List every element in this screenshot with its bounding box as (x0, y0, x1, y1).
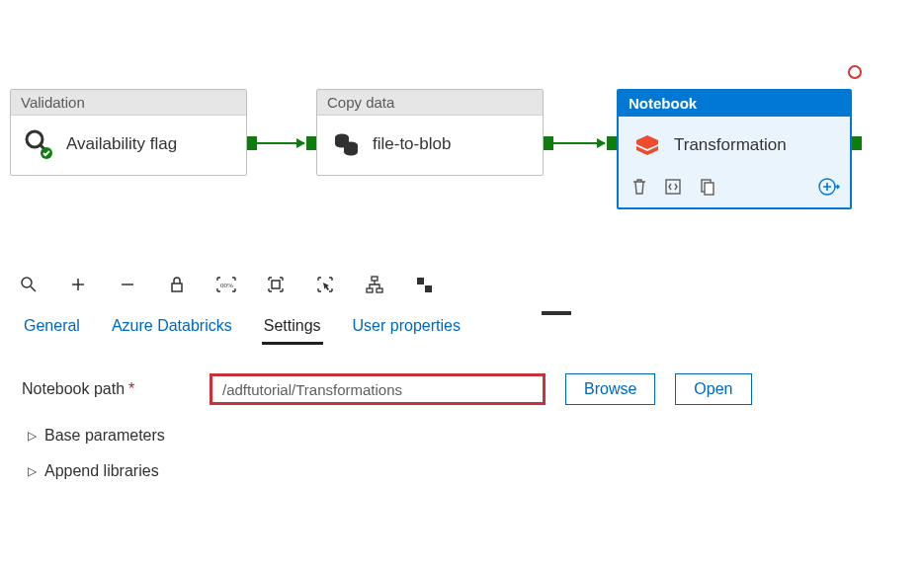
activity-name: file-to-blob (373, 134, 451, 154)
tab-general[interactable]: General (22, 311, 82, 345)
open-button[interactable]: Open (675, 373, 751, 405)
svg-rect-14 (372, 277, 378, 281)
activity-type-label: Notebook (619, 91, 850, 117)
svg-rect-16 (377, 288, 382, 292)
svg-rect-5 (666, 180, 680, 194)
tab-azure-databricks[interactable]: Azure Databricks (110, 311, 234, 345)
database-icon (329, 127, 363, 161)
databricks-icon (630, 128, 664, 162)
canvas-toolbar: 00% (0, 257, 924, 305)
select-icon[interactable] (314, 274, 336, 295)
activity-name: Transformation (674, 135, 787, 155)
notebook-path-label: Notebook path* (22, 380, 190, 398)
zoom-in-icon[interactable] (67, 274, 89, 295)
properties-tabs: General Azure Databricks Settings User p… (0, 305, 924, 346)
port-in[interactable] (306, 136, 316, 150)
activity-type-label: Validation (11, 90, 246, 116)
chevron-right-icon: ▷ (28, 429, 37, 443)
svg-rect-17 (417, 278, 424, 284)
svg-line-10 (31, 286, 36, 291)
search-icon[interactable] (18, 274, 40, 295)
connector-success[interactable] (257, 142, 304, 144)
add-attach-icon[interactable] (818, 176, 840, 198)
selection-handle-icon[interactable] (848, 65, 862, 79)
svg-rect-13 (272, 281, 280, 288)
lock-icon[interactable] (166, 274, 188, 295)
code-icon[interactable] (662, 176, 684, 198)
required-asterisk: * (128, 380, 134, 397)
expander-base-parameters[interactable]: ▷ Base parameters (28, 427, 902, 445)
settings-panel: Notebook path* Browse Open ▷ Base parame… (0, 346, 924, 508)
fit-screen-icon[interactable] (265, 274, 287, 295)
svg-rect-7 (705, 183, 714, 195)
svg-rect-18 (425, 285, 432, 292)
port-out[interactable] (247, 136, 257, 150)
port-out[interactable] (544, 136, 553, 150)
activity-notebook[interactable]: Notebook Transformation (617, 89, 852, 209)
activity-type-label: Copy data (317, 90, 543, 116)
tab-settings[interactable]: Settings (262, 311, 323, 345)
connector-success[interactable] (553, 142, 605, 144)
svg-point-9 (22, 278, 32, 287)
auto-layout-icon[interactable] (364, 274, 385, 295)
activity-copy-data[interactable]: Copy data file-to-blob (316, 89, 544, 176)
zoom-out-icon[interactable] (117, 274, 138, 295)
pipeline-canvas[interactable]: Validation Availability flag Copy data (0, 0, 924, 257)
svg-rect-15 (367, 288, 373, 292)
panel-resize-grip[interactable] (542, 311, 571, 315)
chevron-right-icon: ▷ (28, 464, 37, 478)
activity-name: Availability flag (66, 134, 177, 154)
expander-append-libraries[interactable]: ▷ Append libraries (28, 462, 902, 480)
tab-user-properties[interactable]: User properties (351, 311, 462, 345)
port-in[interactable] (607, 136, 617, 150)
align-icon[interactable] (413, 274, 435, 295)
svg-text:00%: 00% (220, 282, 233, 289)
browse-button[interactable]: Browse (565, 373, 655, 405)
activity-validation[interactable]: Validation Availability flag (10, 89, 247, 176)
trash-icon[interactable] (629, 176, 650, 198)
port-out[interactable] (852, 136, 862, 150)
copy-icon[interactable] (696, 176, 717, 198)
svg-rect-11 (172, 284, 182, 291)
notebook-path-input[interactable] (210, 373, 546, 405)
validation-icon (23, 127, 56, 161)
zoom-reset-icon[interactable]: 00% (215, 274, 237, 295)
